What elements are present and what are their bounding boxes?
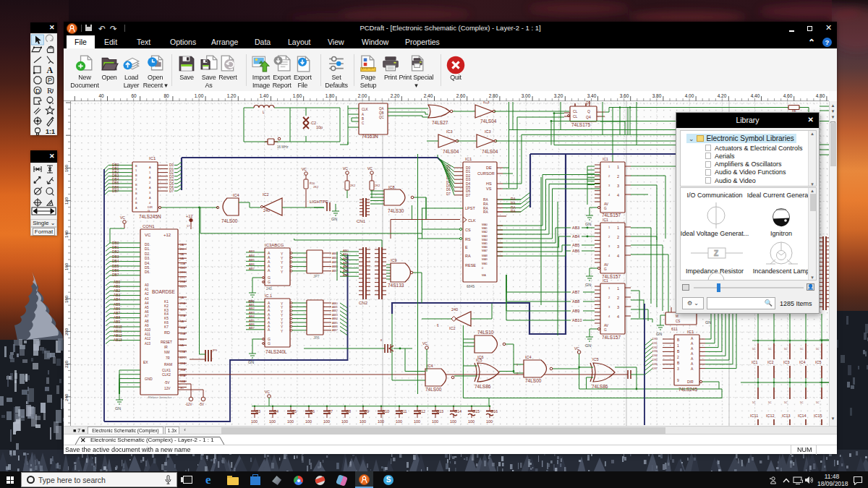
svg-text:3.60: 3.60: [620, 93, 629, 98]
svg-text:3: 3: [617, 244, 619, 249]
svg-text:74LS27: 74LS27: [432, 120, 448, 125]
svg-text:4.00: 4.00: [685, 93, 694, 98]
svg-text:QA: QA: [379, 107, 384, 111]
svg-text:4.80: 4.80: [816, 93, 825, 98]
svg-text:100: 100: [341, 419, 348, 424]
svg-text:R: R: [47, 86, 53, 95]
svg-text:MA: MA: [482, 274, 486, 277]
svg-text:60: 60: [131, 93, 137, 98]
svg-text:1: 1: [617, 165, 619, 169]
svg-text:K2: K2: [164, 304, 169, 308]
svg-text:Incandescent Lamp: Incandescent Lamp: [753, 267, 810, 275]
svg-text:AB3: AB3: [343, 261, 349, 265]
svg-text:IC3: IC3: [446, 129, 453, 134]
svg-text:AB5: AB5: [249, 258, 255, 262]
svg-text:-12V: -12V: [185, 403, 192, 406]
svg-text:K3: K3: [164, 309, 169, 312]
svg-text:D95: D95: [652, 359, 658, 361]
svg-text:A: A: [149, 166, 151, 169]
svg-text:JP9: JP9: [212, 348, 218, 352]
svg-text:AB4: AB4: [332, 317, 339, 320]
svg-text:D6: D6: [466, 189, 470, 193]
svg-text:1.80: 1.80: [326, 93, 335, 98]
svg-text:K4: K4: [164, 312, 169, 316]
svg-text:D96: D96: [652, 363, 658, 366]
svg-text:1:1: 1:1: [46, 128, 55, 135]
svg-text:AB3: AB3: [249, 249, 255, 253]
svg-text:IC5: IC5: [592, 357, 599, 361]
svg-text:74LS00: 74LS00: [425, 387, 442, 392]
svg-text:74163N: 74163N: [362, 134, 378, 139]
svg-text:D: D: [35, 87, 41, 95]
svg-text:AB1: AB1: [332, 305, 339, 309]
svg-text:AB9: AB9: [572, 309, 579, 313]
svg-text:D4.: D4.: [145, 262, 150, 265]
svg-text:D1: D1: [466, 170, 470, 174]
svg-text:Ideal Current Generat...: Ideal Current Generat...: [747, 192, 816, 199]
svg-text:2: 2: [617, 235, 619, 239]
svg-text:RA: RA: [511, 197, 516, 201]
svg-text:DB5: DB5: [112, 265, 119, 268]
svg-text:AB3: AB3: [114, 294, 120, 297]
svg-text:1: 1: [677, 343, 679, 348]
svg-text:74S133: 74S133: [388, 283, 404, 288]
svg-text:IC5: IC5: [476, 358, 482, 362]
svg-text:AB5: AB5: [249, 319, 255, 322]
svg-text:AV: AV: [604, 324, 609, 328]
svg-text:D2: D2: [466, 174, 470, 178]
svg-text:3: 3: [617, 305, 619, 309]
svg-text:IC8: IC8: [388, 185, 395, 189]
svg-text:2.00: 2.00: [358, 93, 367, 98]
svg-text:74LS245N: 74LS245N: [139, 214, 161, 219]
svg-text:DB7: DB7: [112, 189, 119, 193]
svg-text:12V: 12V: [164, 387, 171, 390]
svg-text:AB12: AB12: [114, 334, 122, 338]
svg-text:100: 100: [359, 419, 366, 424]
svg-text:LPST: LPST: [465, 206, 475, 210]
svg-text:JP6: JP6: [313, 335, 320, 340]
svg-text:K5: K5: [164, 317, 169, 320]
svg-text:D92: D92: [652, 346, 658, 349]
svg-text:IC1: IC1: [149, 156, 156, 160]
svg-text:A1: A1: [145, 288, 149, 291]
svg-text:AB1: AB1: [249, 303, 255, 307]
svg-text:A11: A11: [145, 333, 150, 336]
svg-text:5C: 5C: [784, 401, 788, 404]
svg-text:MA7: MA7: [482, 249, 488, 252]
svg-text:AB6: AB6: [332, 325, 339, 328]
svg-text:10p: 10p: [316, 125, 323, 129]
svg-text:4.40: 4.40: [751, 93, 760, 98]
svg-text:RA: RA: [511, 206, 516, 210]
svg-text:4.60: 4.60: [783, 93, 793, 98]
svg-text:C10: C10: [382, 409, 389, 414]
svg-text:LIGHTPE: LIGHTPE: [310, 200, 328, 204]
svg-text:GN: GN: [585, 343, 591, 348]
svg-text:BOARDSE: BOARDSE: [152, 289, 175, 294]
svg-text:AB4: AB4: [114, 298, 120, 301]
svg-text:CS: CS: [676, 320, 680, 323]
svg-text:Impedance Resistor: Impedance Resistor: [686, 267, 744, 275]
svg-text:IC.1: IC.1: [265, 294, 272, 298]
svg-text:AB6: AB6: [343, 273, 349, 277]
svg-text:+12: +12: [163, 233, 171, 237]
svg-text:QC: QC: [379, 116, 385, 119]
svg-text:Elekuur Junior-lus: Elekuur Junior-lus: [148, 395, 171, 399]
svg-text:RA: RA: [483, 202, 488, 206]
svg-text:100: 100: [378, 419, 384, 424]
svg-text:IC3ABCG: IC3ABCG: [265, 243, 284, 247]
svg-text:7R: 7R: [166, 356, 171, 360]
svg-text:CS: CS: [465, 228, 471, 232]
svg-text:AB7: AB7: [249, 326, 255, 330]
svg-text:DIR: DIR: [687, 380, 694, 384]
svg-text:AB5: AB5: [114, 303, 120, 307]
svg-text:AB6: AB6: [114, 307, 120, 311]
svg-text:D5: D5: [466, 186, 470, 189]
svg-text:6845: 6845: [467, 284, 475, 288]
svg-text:IC3: IC3: [485, 129, 491, 134]
svg-text:A2: A2: [145, 292, 149, 296]
svg-text:2.40: 2.40: [424, 93, 433, 98]
svg-text:G: G: [604, 207, 607, 210]
svg-text:AB5: AB5: [572, 243, 579, 247]
svg-text:VC: VC: [302, 167, 307, 171]
svg-text:VC: VC: [343, 166, 348, 171]
